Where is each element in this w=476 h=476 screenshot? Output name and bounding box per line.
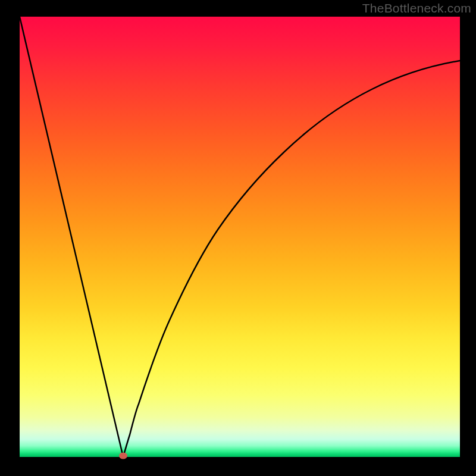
curve-right-segment: [123, 61, 460, 457]
watermark-text: TheBottleneck.com: [362, 1, 471, 15]
minimum-marker: [119, 453, 127, 459]
chart-frame: TheBottleneck.com: [0, 0, 476, 476]
curve-left-segment: [20, 17, 123, 457]
plot-area: [20, 17, 460, 457]
curve-svg: [20, 17, 460, 457]
